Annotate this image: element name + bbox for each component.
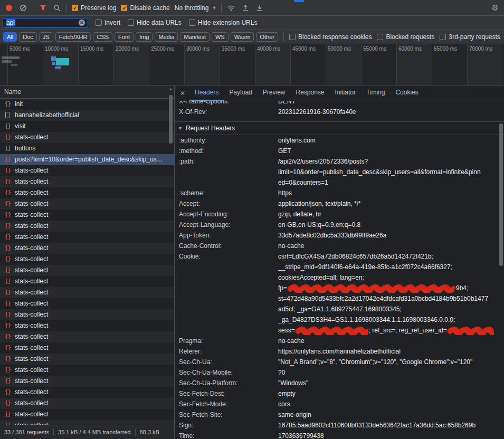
filter-chip-js[interactable]: JS	[39, 32, 53, 42]
request-row[interactable]: {}stats-collect	[0, 232, 174, 243]
request-row[interactable]: {}posts?limit=10&order=publish_date_desc…	[0, 154, 174, 165]
filter-chip-all[interactable]: All	[3, 32, 17, 42]
filter-chip-other[interactable]: Other	[256, 32, 278, 42]
json-braces-icon: {}	[4, 156, 12, 163]
filter-funnel-icon	[40, 5, 46, 11]
filter-chip-ws[interactable]: WS	[212, 32, 229, 42]
details-scrollbar[interactable]	[498, 118, 504, 439]
request-row[interactable]: {}stats-collect	[0, 176, 174, 187]
request-row[interactable]: {}stats-collect	[0, 187, 174, 198]
request-list-scrollbar[interactable]: ▲	[168, 87, 174, 423]
request-name-label: stats-collect	[15, 189, 48, 196]
request-row[interactable]: {}stats-collect	[0, 420, 174, 425]
timeline-tick-label: 30000 ms	[186, 46, 210, 52]
close-icon[interactable]: ✕	[180, 90, 185, 97]
request-row[interactable]: {}stats-collect	[0, 398, 174, 409]
request-row[interactable]: {}stats-collect	[0, 243, 174, 254]
request-row[interactable]: hannahelizabethofficial	[0, 110, 174, 121]
tab-payload[interactable]: Payload	[224, 85, 257, 101]
filter-toggle-button[interactable]	[38, 3, 47, 13]
request-row[interactable]: {}stats-collect	[0, 320, 174, 331]
export-har-button[interactable]	[255, 3, 264, 13]
disable-cache-checkbox[interactable]: Disable cache	[121, 4, 169, 12]
filter-chip-fetch-xhr[interactable]: Fetch/XHR	[55, 32, 91, 42]
header-name: :authority:	[175, 135, 278, 146]
request-row[interactable]: {}stats-collect	[0, 198, 174, 209]
filter-input[interactable]: api ✕	[3, 18, 88, 28]
import-har-button[interactable]	[241, 3, 250, 13]
invert-checkbox[interactable]: Invert	[96, 19, 120, 26]
filter-chip-manifest[interactable]: Manifest	[180, 32, 210, 42]
request-row[interactable]: {}stats-collect	[0, 387, 174, 398]
request-row[interactable]: {}stats-collect	[0, 298, 174, 309]
request-row[interactable]: {}stats-collect	[0, 209, 174, 221]
settings-gear-icon[interactable]: ⚙	[490, 3, 500, 13]
json-braces-icon: {}	[4, 311, 12, 318]
header-name: Sign:	[175, 420, 278, 431]
tab-preview[interactable]: Preview	[258, 85, 291, 101]
request-row[interactable]: {}stats-collect	[0, 165, 174, 176]
cookie-value-line: st=472d48a90d5433bfc2a2d17042e4dfdcafd31…	[278, 293, 496, 304]
request-row[interactable]: {}stats-collect	[0, 287, 174, 298]
request-row[interactable]: {}stats-collect	[0, 276, 174, 287]
request-headers-section-header[interactable]: ▼ Request Headers	[175, 121, 504, 135]
filter-chip-media[interactable]: Media	[155, 32, 178, 42]
request-row[interactable]: {}stats-collect	[0, 354, 174, 365]
throttling-select[interactable]: No throttling ▼	[175, 4, 217, 12]
scroll-up-button[interactable]: ▲	[168, 87, 174, 91]
header-name: Accept-Encoding:	[175, 209, 278, 219]
request-row[interactable]: {}visit	[0, 121, 174, 132]
request-row[interactable]: {}buttons	[0, 143, 174, 154]
header-name: X-Frame-Options:	[175, 101, 278, 107]
header-value: cors	[278, 399, 504, 409]
request-row[interactable]: {}stats-collect	[0, 331, 174, 342]
cookie-text: cookiesAccepted=all; lang=en;	[278, 274, 364, 281]
request-row[interactable]: {}stats-collect	[0, 365, 174, 376]
network-conditions-button[interactable]	[226, 3, 236, 13]
record-network-log-button[interactable]	[4, 3, 14, 13]
tab-initiator[interactable]: Initiator	[330, 85, 361, 101]
filter-chip-css[interactable]: CSS	[93, 32, 112, 42]
request-row[interactable]: {}stats-collect	[0, 342, 174, 354]
blocked-requests-checkbox[interactable]: Blocked requests	[377, 33, 434, 41]
request-row[interactable]: {}stats-collect	[0, 265, 174, 276]
cookie-text: fp=	[278, 284, 287, 292]
scrollbar-thumb[interactable]	[499, 123, 503, 266]
request-row[interactable]: {}stats-collect	[0, 309, 174, 320]
tab-cookies[interactable]: Cookies	[390, 85, 423, 101]
json-braces-icon: {}	[4, 189, 12, 196]
network-overview-timeline[interactable]: 5000 ms10000 ms15000 ms20000 ms25000 ms3…	[0, 44, 504, 85]
search-button[interactable]	[52, 3, 62, 13]
request-row[interactable]: {}stats-collect	[0, 254, 174, 265]
cookie-value-line: csrf=LdfcGX4Sa72db06824c657db26a5d142472…	[278, 251, 496, 262]
timeline-tick-label: 45000 ms	[292, 46, 316, 52]
blocked-response-cookies-checkbox[interactable]: Blocked response cookies	[289, 33, 372, 41]
name-column-header[interactable]: Name	[0, 85, 174, 99]
filter-chip-wasm[interactable]: Wasm	[231, 32, 254, 42]
tab-response[interactable]: Response	[290, 85, 329, 101]
clear-filter-icon[interactable]: ✕	[79, 20, 85, 26]
request-row[interactable]: {}stats-collect	[0, 132, 174, 143]
hide-extension-urls-checkbox[interactable]: Hide extension URLs	[189, 19, 258, 26]
disable-cache-label: Disable cache	[130, 4, 169, 12]
tab-timing[interactable]: Timing	[361, 85, 391, 101]
request-name-label: stats-collect	[15, 322, 48, 329]
request-row[interactable]: {}stats-collect	[0, 221, 174, 232]
filter-chip-doc[interactable]: Doc	[19, 32, 37, 42]
tab-headers[interactable]: Headers	[189, 85, 224, 101]
request-details-panel: ✕ HeadersPayloadPreviewResponseInitiator…	[175, 85, 504, 439]
hide-data-urls-checkbox[interactable]: Hide data URLs	[128, 19, 182, 26]
third-party-requests-checkbox[interactable]: 3rd-party requests	[440, 33, 500, 41]
request-row[interactable]: {}stats-collect	[0, 376, 174, 387]
clear-network-log-button[interactable]	[18, 3, 28, 13]
preserve-log-checkbox[interactable]: Preserve log	[72, 4, 116, 12]
request-row[interactable]: {}stats-collect	[0, 409, 174, 420]
header-value: "Not_A Brand";v="8", "Chromium";v="120",…	[278, 357, 504, 367]
request-row[interactable]: {}init	[0, 99, 174, 110]
scrollbar-thumb[interactable]	[169, 95, 173, 144]
header-name: Accept:	[175, 198, 278, 209]
filter-chip-img[interactable]: Img	[136, 32, 153, 42]
request-name-label: stats-collect	[15, 289, 48, 296]
filter-chip-font[interactable]: Font	[115, 32, 134, 42]
network-toolbar: Preserve log Disable cache No throttling…	[0, 0, 504, 16]
